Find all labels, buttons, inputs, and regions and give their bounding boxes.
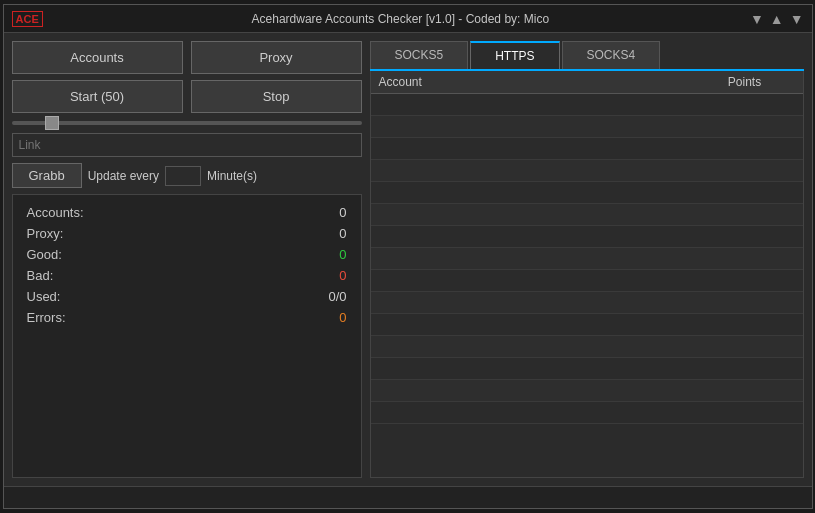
stat-errors: Errors: 0 — [27, 310, 347, 325]
table-row — [371, 138, 803, 160]
tabs: SOCKS5 HTTPS SOCKS4 — [370, 41, 804, 71]
bad-label: Bad: — [27, 268, 54, 283]
restore-icon[interactable]: ▲ — [770, 11, 784, 27]
row-points — [695, 383, 795, 398]
table-row — [371, 358, 803, 380]
window-controls: ▼ ▲ ▼ — [750, 11, 804, 27]
link-input[interactable] — [12, 133, 362, 157]
stat-bad: Bad: 0 — [27, 268, 347, 283]
proxy-button[interactable]: Proxy — [191, 41, 362, 74]
errors-label: Errors: — [27, 310, 66, 325]
row-points — [695, 295, 795, 310]
table-row — [371, 204, 803, 226]
table-row — [371, 292, 803, 314]
row-points — [695, 229, 795, 244]
main-content: Accounts Proxy Start (50) Stop Grabb Upd… — [4, 33, 812, 486]
good-value: 0 — [307, 247, 347, 262]
row-account — [379, 185, 695, 200]
row-account — [379, 141, 695, 156]
stat-good: Good: 0 — [27, 247, 347, 262]
update-label: Update every — [88, 169, 159, 183]
row-points — [695, 317, 795, 332]
errors-value: 0 — [307, 310, 347, 325]
table-row — [371, 226, 803, 248]
table-row — [371, 160, 803, 182]
col-account-header: Account — [379, 75, 695, 89]
row-points — [695, 339, 795, 354]
table-header: Account Points — [371, 71, 803, 94]
table-row — [371, 380, 803, 402]
row-points — [695, 405, 795, 420]
grabb-row: Grabb Update every 20 Minute(s) — [12, 163, 362, 188]
table-row — [371, 94, 803, 116]
used-label: Used: — [27, 289, 61, 304]
proxy-value: 0 — [307, 226, 347, 241]
table-row — [371, 336, 803, 358]
tab-socks5[interactable]: SOCKS5 — [370, 41, 469, 69]
bad-value: 0 — [307, 268, 347, 283]
close-icon[interactable]: ▼ — [790, 11, 804, 27]
progress-slider[interactable] — [12, 121, 362, 125]
start-stop-row: Start (50) Stop — [12, 80, 362, 113]
table-row — [371, 248, 803, 270]
row-account — [379, 163, 695, 178]
ace-logo: ACE — [12, 11, 43, 27]
tab-https[interactable]: HTTPS — [470, 41, 559, 69]
table-row — [371, 270, 803, 292]
left-panel: Accounts Proxy Start (50) Stop Grabb Upd… — [12, 41, 362, 478]
stats-panel: Accounts: 0 Proxy: 0 Good: 0 Bad: 0 Used… — [12, 194, 362, 478]
row-account — [379, 207, 695, 222]
main-window: ACE Acehardware Accounts Checker [v1.0] … — [3, 4, 813, 509]
update-interval-input[interactable]: 20 — [165, 166, 201, 186]
row-account — [379, 251, 695, 266]
top-btn-row: Accounts Proxy — [12, 41, 362, 74]
start-button[interactable]: Start (50) — [12, 80, 183, 113]
table-row — [371, 402, 803, 424]
good-label: Good: — [27, 247, 62, 262]
proxy-label: Proxy: — [27, 226, 64, 241]
minute-label: Minute(s) — [207, 169, 257, 183]
row-points — [695, 141, 795, 156]
row-points — [695, 97, 795, 112]
right-panel: SOCKS5 HTTPS SOCKS4 Account Points — [370, 41, 804, 478]
row-points — [695, 207, 795, 222]
table-row — [371, 182, 803, 204]
stat-proxy: Proxy: 0 — [27, 226, 347, 241]
table-rows — [371, 94, 803, 424]
accounts-label: Accounts: — [27, 205, 84, 220]
window-title: Acehardware Accounts Checker [v1.0] - Co… — [51, 12, 750, 26]
row-points — [695, 361, 795, 376]
row-account — [379, 405, 695, 420]
grabb-button[interactable]: Grabb — [12, 163, 82, 188]
stat-accounts: Accounts: 0 — [27, 205, 347, 220]
stop-button[interactable]: Stop — [191, 80, 362, 113]
col-points-header: Points — [695, 75, 795, 89]
table-row — [371, 116, 803, 138]
slider-container — [12, 119, 362, 127]
row-account — [379, 229, 695, 244]
table-row — [371, 314, 803, 336]
row-account — [379, 361, 695, 376]
minimize-icon[interactable]: ▼ — [750, 11, 764, 27]
row-account — [379, 273, 695, 288]
accounts-value: 0 — [307, 205, 347, 220]
title-bar: ACE Acehardware Accounts Checker [v1.0] … — [4, 5, 812, 33]
accounts-button[interactable]: Accounts — [12, 41, 183, 74]
row-account — [379, 119, 695, 134]
stat-used: Used: 0/0 — [27, 289, 347, 304]
row-points — [695, 185, 795, 200]
row-account — [379, 295, 695, 310]
row-points — [695, 163, 795, 178]
row-points — [695, 251, 795, 266]
results-table: Account Points — [370, 71, 804, 478]
row-points — [695, 119, 795, 134]
row-points — [695, 273, 795, 288]
used-value: 0/0 — [307, 289, 347, 304]
tab-socks4[interactable]: SOCKS4 — [562, 41, 661, 69]
row-account — [379, 97, 695, 112]
status-bar — [4, 486, 812, 508]
row-account — [379, 339, 695, 354]
row-account — [379, 317, 695, 332]
row-account — [379, 383, 695, 398]
